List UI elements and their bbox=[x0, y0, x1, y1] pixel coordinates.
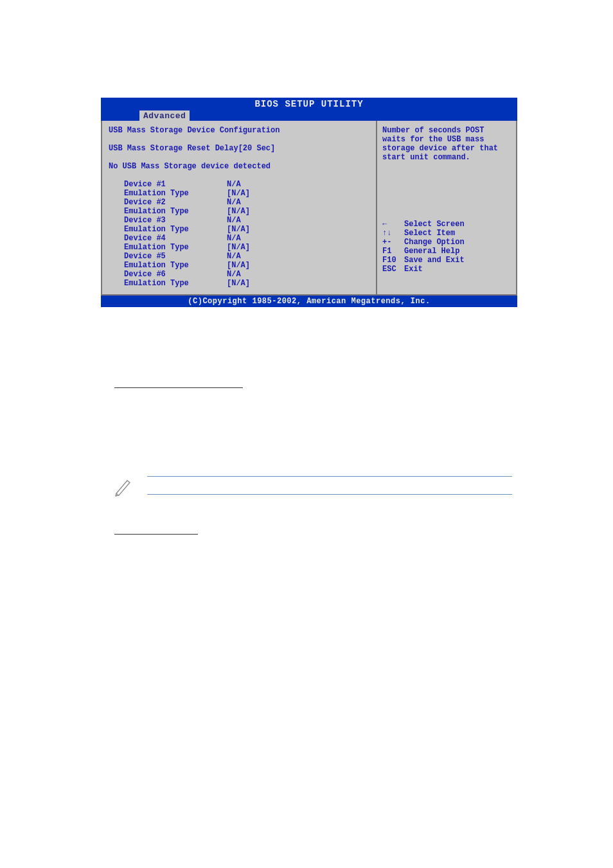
key-desc: General Help bbox=[404, 247, 459, 256]
emulation-value: [N/A] bbox=[227, 207, 250, 216]
key-esc: ESC bbox=[382, 265, 404, 274]
key-desc: Select Screen bbox=[404, 220, 465, 229]
device-name: Device #6 bbox=[124, 270, 227, 279]
device-name-value: N/A bbox=[227, 270, 241, 279]
emulation-label: Emulation Type bbox=[124, 279, 227, 288]
device-name-value: N/A bbox=[227, 216, 241, 225]
device-name: Device #5 bbox=[124, 252, 227, 261]
emulation-value: [N/A] bbox=[227, 189, 250, 198]
key-desc: Select Item bbox=[404, 229, 455, 238]
page-rule-1 bbox=[114, 379, 500, 392]
key-f1: F1 bbox=[382, 247, 404, 256]
device-row: Device #5 N/A bbox=[109, 252, 372, 261]
key-plusminus: +- bbox=[382, 238, 404, 247]
emulation-row[interactable]: Emulation Type [N/A] bbox=[109, 189, 372, 198]
key-desc: Change Option bbox=[404, 238, 465, 247]
page-rule-2 bbox=[114, 526, 500, 538]
tab-advanced[interactable]: Advanced bbox=[139, 111, 190, 121]
device-name-value: N/A bbox=[227, 198, 241, 207]
emulation-row[interactable]: Emulation Type [N/A] bbox=[109, 279, 372, 288]
device-name: Device #2 bbox=[124, 198, 227, 207]
emulation-value: [N/A] bbox=[227, 261, 250, 270]
device-name-value: N/A bbox=[227, 180, 241, 189]
emulation-row[interactable]: Emulation Type [N/A] bbox=[109, 261, 372, 270]
device-name-value: N/A bbox=[227, 234, 241, 243]
reset-delay-row[interactable]: USB Mass Storage Reset Delay [20 Sec] bbox=[109, 144, 372, 153]
bios-title-bar: BIOS SETUP UTILITY Advanced bbox=[101, 98, 517, 121]
note-rule-bottom bbox=[147, 494, 512, 495]
heading-text: USB Mass Storage Device Configuration bbox=[109, 126, 280, 135]
note-rule-top bbox=[147, 476, 512, 477]
emulation-row[interactable]: Emulation Type [N/A] bbox=[109, 207, 372, 216]
emulation-value: [N/A] bbox=[227, 243, 250, 252]
emulation-row[interactable]: Emulation Type [N/A] bbox=[109, 225, 372, 234]
device-row: Device #3 N/A bbox=[109, 216, 372, 225]
key-desc: Exit bbox=[404, 265, 423, 274]
emulation-value: [N/A] bbox=[227, 225, 250, 234]
device-name-value: N/A bbox=[227, 252, 241, 261]
no-device-text: No USB Mass Storage device detected bbox=[109, 162, 271, 171]
emulation-value: [N/A] bbox=[227, 279, 250, 288]
context-help: Number of seconds POST waits for the USB… bbox=[382, 126, 511, 162]
bios-footer: (C)Copyright 1985-2002, American Megatre… bbox=[101, 296, 517, 307]
device-row: Device #1 N/A bbox=[109, 180, 372, 189]
reset-delay-label: USB Mass Storage Reset Delay bbox=[109, 144, 238, 153]
device-row: Device #6 N/A bbox=[109, 270, 372, 279]
bios-title: BIOS SETUP UTILITY bbox=[101, 99, 517, 109]
bios-right-panel: Number of seconds POST waits for the USB… bbox=[377, 121, 516, 294]
device-row: Device #4 N/A bbox=[109, 234, 372, 243]
emulation-label: Emulation Type bbox=[124, 189, 227, 198]
key-left-icon: ← bbox=[382, 220, 404, 229]
heading-row: USB Mass Storage Device Configuration bbox=[109, 126, 372, 135]
key-f10: F10 bbox=[382, 256, 404, 265]
bios-body: USB Mass Storage Device Configuration US… bbox=[101, 121, 517, 296]
emulation-row[interactable]: Emulation Type [N/A] bbox=[109, 243, 372, 252]
reset-delay-value: [20 Sec] bbox=[238, 144, 276, 153]
emulation-label: Emulation Type bbox=[124, 225, 227, 234]
emulation-label: Emulation Type bbox=[124, 243, 227, 252]
pencil-note-icon bbox=[113, 475, 135, 500]
emulation-label: Emulation Type bbox=[124, 261, 227, 270]
device-row: Device #2 N/A bbox=[109, 198, 372, 207]
key-updown-icon: ↑↓ bbox=[382, 229, 404, 238]
key-desc: Save and Exit bbox=[404, 256, 465, 265]
device-name: Device #3 bbox=[124, 216, 227, 225]
page: BIOS SETUP UTILITY Advanced USB Mass Sto… bbox=[0, 0, 613, 868]
bios-window: BIOS SETUP UTILITY Advanced USB Mass Sto… bbox=[101, 98, 517, 307]
no-device-row: No USB Mass Storage device detected bbox=[109, 162, 372, 171]
emulation-label: Emulation Type bbox=[124, 207, 227, 216]
device-name: Device #4 bbox=[124, 234, 227, 243]
device-name: Device #1 bbox=[124, 180, 227, 189]
key-help: ←Select Screen ↑↓Select Item +-Change Op… bbox=[382, 220, 511, 274]
bios-left-panel: USB Mass Storage Device Configuration US… bbox=[102, 121, 377, 294]
